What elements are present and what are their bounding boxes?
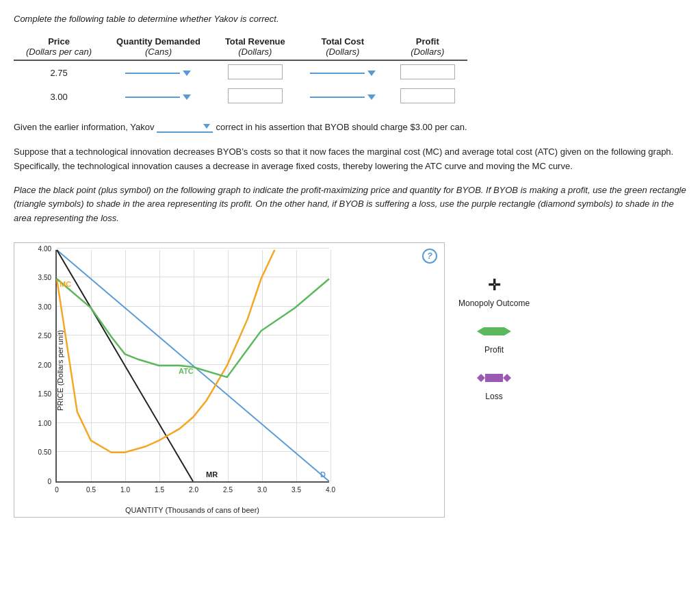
profit-cell-2[interactable]	[388, 85, 467, 109]
data-table: Price (Dollars per can) Quantity Demande…	[14, 34, 467, 109]
qty-underline-2	[125, 97, 180, 98]
demand-curve	[57, 250, 329, 481]
x-tick-10: 1.0	[120, 486, 130, 494]
y-tick-200: 2.00	[38, 361, 51, 368]
y-tick-250: 2.50	[38, 332, 51, 340]
assertion-dropdown[interactable]	[157, 121, 213, 133]
cost-underline-2	[310, 97, 365, 98]
price-cell-1: 2.75	[14, 60, 104, 85]
svg-marker-5	[503, 374, 511, 382]
assertion-dropdown-value	[159, 121, 200, 131]
x-tick-35: 3.5	[291, 486, 301, 494]
mr-label: MR	[206, 470, 218, 479]
svg-marker-4	[477, 374, 485, 382]
cost-dropdown-arrow-2[interactable]	[367, 94, 376, 100]
qty-cell-1[interactable]	[104, 60, 213, 85]
chart-legend: ✛ Monopoly Outcome Profit	[458, 236, 530, 401]
profit-input-1[interactable]	[400, 64, 455, 79]
cost-dropdown-arrow-1[interactable]	[367, 71, 376, 76]
x-axis-label: QUANTITY (Thousands of cans of beer)	[125, 506, 259, 514]
assertion-dropdown-arrow[interactable]	[203, 124, 210, 129]
col-header-cost: Total Cost (Dollars)	[298, 34, 388, 60]
x-tick-30: 3.0	[257, 486, 267, 494]
profit-input-2[interactable]	[400, 88, 455, 103]
col-header-price: Price (Dollars per can)	[14, 34, 104, 60]
x-tick-15: 1.5	[155, 486, 164, 494]
x-tick-40: 4.0	[326, 486, 335, 494]
profit-label: Profit	[484, 345, 504, 355]
grid-v-40	[330, 250, 331, 481]
monopoly-outcome-legend: ✛ Monopoly Outcome	[458, 277, 530, 308]
atc-curve	[57, 279, 329, 377]
italic-paragraph: Place the black point (plus symbol) on t…	[14, 183, 686, 226]
instructions-text: Complete the following table to determin…	[14, 14, 686, 24]
grid-h-400	[57, 248, 329, 249]
price-cell-2: 3.00	[14, 85, 104, 109]
table-header-row: Price (Dollars per can) Quantity Demande…	[14, 34, 467, 60]
y-tick-350: 3.50	[38, 274, 51, 281]
monopoly-outcome-label: Monopoly Outcome	[458, 298, 530, 308]
loss-legend: Loss	[477, 368, 511, 401]
cost-underline-1	[310, 73, 365, 74]
svg-marker-2	[504, 327, 511, 335]
x-tick-20: 2.0	[189, 486, 198, 494]
rev-cell-1[interactable]	[213, 60, 298, 85]
col-header-profit: Profit (Dollars)	[388, 34, 467, 60]
x-tick-05: 0.5	[86, 486, 96, 494]
loss-icon[interactable]	[477, 368, 511, 388]
assertion-line: Given the earlier information, Yakov cor…	[14, 121, 686, 133]
assertion-prefix: Given the earlier information, Yakov	[14, 122, 154, 132]
y-tick-300: 3.00	[38, 303, 51, 310]
qty-dropdown-arrow-2[interactable]	[183, 94, 191, 100]
cost-cell-2[interactable]	[298, 85, 388, 109]
chart-container: ? PRICE (Dollars per unit)	[14, 242, 445, 518]
svg-rect-3	[485, 374, 503, 382]
table-row: 2.75	[14, 60, 467, 85]
rev-cell-2[interactable]	[213, 85, 298, 109]
y-tick-050: 0.50	[38, 448, 51, 456]
qty-cell-2[interactable]	[104, 85, 213, 109]
x-tick-25: 2.5	[223, 486, 233, 494]
chart-svg	[57, 250, 329, 481]
svg-marker-1	[477, 327, 484, 335]
qty-underline-1	[125, 73, 180, 74]
col-header-rev: Total Revenue (Dollars)	[213, 34, 298, 60]
y-tick-100: 1.00	[38, 419, 51, 427]
col-header-qty: Quantity Demanded (Cans)	[104, 34, 213, 60]
monopoly-outcome-icon[interactable]: ✛	[488, 277, 500, 294]
assertion-suffix: correct in his assertion that BYOB shoul…	[216, 122, 467, 132]
d-label: D	[320, 470, 326, 479]
profit-cell-1[interactable]	[388, 60, 467, 85]
loss-label: Loss	[485, 392, 502, 401]
qty-dropdown-arrow-1[interactable]	[183, 71, 191, 76]
svg-rect-0	[484, 327, 504, 335]
atc-label: ATC	[179, 367, 194, 375]
paragraph1: Suppose that a technological innovation …	[14, 145, 686, 174]
y-tick-150: 1.50	[38, 390, 51, 398]
y-tick-0: 0	[47, 477, 51, 485]
y-tick-400: 4.00	[38, 244, 51, 252]
x-tick-0: 0	[55, 486, 59, 494]
cost-cell-1[interactable]	[298, 60, 388, 85]
mc-curve	[57, 250, 274, 453]
table-row: 3.00	[14, 85, 467, 109]
rev-input-1[interactable]	[228, 64, 283, 79]
profit-legend: Profit	[477, 322, 511, 355]
profit-icon[interactable]	[477, 322, 511, 341]
mc-label: MC	[60, 280, 71, 288]
chart-area[interactable]: 0 0.50 1.00 1.50 2.00 2.50 3.00 3.50 4.0…	[55, 250, 329, 483]
rev-input-2[interactable]	[228, 88, 283, 103]
